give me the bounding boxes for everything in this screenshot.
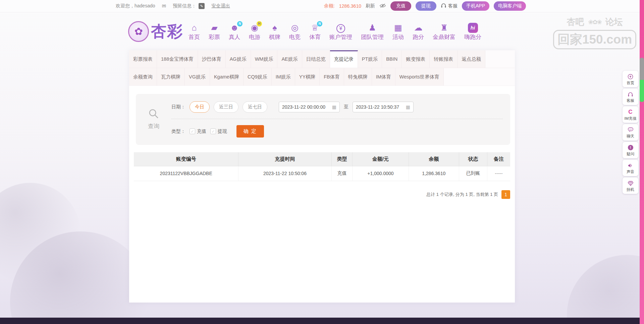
tab-account-change-report[interactable]: 账变报表 — [402, 50, 430, 68]
nav-activities[interactable]: ▦ 活动 — [392, 22, 404, 41]
float-im-recharge-button[interactable]: C IM充值 — [623, 106, 638, 123]
gift-icon: ▦ — [394, 22, 402, 33]
tab-ag[interactable]: AG娱乐 — [226, 50, 251, 68]
type-label: 类型： — [171, 128, 185, 134]
tab-saba-sports[interactable]: 沙巴体育 — [198, 50, 226, 68]
col-amount: 金额/元 — [353, 152, 409, 166]
nav-home[interactable]: ⌂ 首页 — [189, 22, 200, 41]
edit-pencil-icon[interactable]: ✎ — [199, 3, 205, 9]
refresh-button[interactable]: 刷新 — [366, 3, 375, 9]
logout-link[interactable]: 安全退出 — [211, 3, 230, 9]
nav-lottery[interactable]: ▰ 彩票 — [209, 22, 220, 41]
page-1-button[interactable]: 1 — [501, 190, 510, 199]
deposit-button[interactable]: 充值 — [390, 1, 411, 11]
tab-pt[interactable]: PT娱乐 — [358, 50, 382, 68]
col-time: 充提时间 — [238, 152, 331, 166]
tab-deposit-withdraw-records-active[interactable]: 充提记录 — [330, 50, 358, 68]
col-balance: 余额 — [409, 152, 459, 166]
main-nav: ⌂ 首页 ▰ 彩票 ☻N 真人 ◉H 电游 ♠ 棋牌 ◎ 电竞 ♕N 体育 ¥ — [189, 22, 481, 41]
float-home-button[interactable]: 首页 — [623, 71, 638, 87]
tab-188-sports[interactable]: 188金宝博体育 — [157, 50, 198, 68]
tab-ae[interactable]: AE娱乐 — [277, 50, 302, 68]
float-sound-button[interactable]: 声音 — [623, 160, 638, 176]
pagination-summary: 总计 1 个记录, 分为 1 页, 当前第 1 页 — [426, 192, 498, 198]
circle-up-arrow-icon — [628, 73, 633, 79]
checkbox-icon: ✓ — [210, 128, 216, 134]
tab-wesports[interactable]: Wesports世界体育 — [395, 68, 444, 86]
tab-im-sports[interactable]: IM体育 — [372, 68, 395, 86]
nav-paofen[interactable]: ☁ 跑分 — [413, 22, 424, 41]
site-watermark: 杏吧 ❀✿❀ 论坛 回家150.com — [553, 16, 637, 49]
scrollbar-thumb[interactable] — [640, 58, 644, 80]
nav-egames[interactable]: ◉H 电游 — [249, 22, 260, 41]
tab-balance-query[interactable]: 余额查询 — [129, 68, 157, 86]
customer-service-link[interactable]: 客服 — [441, 3, 458, 9]
new-badge: N — [317, 21, 322, 26]
tab-rebate-total[interactable]: 返点总额 — [458, 50, 485, 68]
col-transaction-id: 账变编号 — [134, 152, 238, 166]
tab-transfer-report[interactable]: 转账报表 — [430, 50, 458, 68]
date-to-input[interactable]: 2023-11-22 10:50:37 ▦ — [353, 102, 414, 112]
quick-7days-pill[interactable]: 近七日 — [243, 101, 267, 113]
tab-wali-games[interactable]: 瓦力棋牌 — [157, 68, 185, 86]
logo-wordmark: 杏彩 — [151, 21, 183, 42]
records-table: 账变编号 充提时间 类型 金额/元 余额 状态 备注 20231122VBBJG… — [134, 152, 510, 181]
content-panel: 彩票报表 188金宝博体育 沙巴体育 AG娱乐 WM娱乐 AE娱乐 日结总览 充… — [129, 50, 515, 303]
cards-icon: ♠ — [272, 22, 277, 33]
nav-team-management[interactable]: ♟ 团队管理 — [361, 22, 384, 41]
flourish-ornament-icon: ❀✿❀ — [588, 18, 601, 26]
tab-vg[interactable]: VG娱乐 — [185, 68, 210, 86]
tab-tetu-games[interactable]: 特兔棋牌 — [344, 68, 372, 86]
float-customer-service-button[interactable]: 客服 — [623, 89, 638, 105]
scrollbar-thumb-green[interactable] — [640, 80, 644, 102]
logo-emblem-icon: ✿ — [128, 21, 149, 42]
nav-jinding-wealth[interactable]: ♜ 金鼎财富 — [433, 22, 455, 41]
float-question-button[interactable]: ! 疑问 — [623, 142, 638, 158]
footer-bar — [0, 318, 644, 324]
query-filter-panel: 查询 日期： 今日 近三日 近七日 2023-11-22 00:00:00 ▦ … — [136, 94, 510, 145]
mobile-app-button[interactable]: 手机APP — [462, 1, 489, 11]
confirm-button[interactable]: 确 定 — [236, 125, 264, 138]
tab-kgame[interactable]: Kgame棋牌 — [210, 68, 244, 86]
controller-icon: ◎ — [291, 22, 299, 33]
nav-esports[interactable]: ◎ 电竞 — [289, 22, 301, 41]
cell-status: 已到账 — [459, 166, 487, 181]
type-deposit-checkbox[interactable]: ✓ 充值 — [190, 128, 206, 134]
float-hangup-button[interactable]: 挂机 — [623, 177, 638, 194]
envelope-icon[interactable]: ✉ — [162, 3, 166, 9]
float-chat-button[interactable]: 聊天 — [623, 124, 638, 141]
tab-wm[interactable]: WM娱乐 — [251, 50, 278, 68]
tab-cq9[interactable]: CQ9娱乐 — [244, 68, 272, 86]
tab-fb-sports[interactable]: FB体育 — [320, 68, 344, 86]
nav-hi-paofen[interactable]: hi 嗨跑分 — [464, 23, 481, 41]
im-recharge-logo-icon: C — [628, 109, 632, 115]
calendar-icon: ▦ — [332, 104, 336, 110]
tab-bbin[interactable]: BBIN — [382, 50, 402, 68]
table-header-row: 账变编号 充提时间 类型 金额/元 余额 状态 备注 — [134, 152, 510, 166]
site-logo[interactable]: ✿ 杏彩 — [128, 21, 183, 42]
topbar: 欢迎您，hadesado ✉ 预留信息： ✎ 安全退出 余额: 1286.361… — [0, 0, 644, 12]
query-label: 查询 — [148, 122, 159, 130]
nav-sports[interactable]: ♕N 体育 — [309, 22, 321, 41]
nav-live-casino[interactable]: ☻N 真人 — [229, 22, 240, 41]
exclamation-circle-icon: ! — [628, 145, 633, 151]
quick-3days-pill[interactable]: 近三日 — [214, 101, 238, 113]
eye-slash-icon[interactable] — [379, 3, 386, 9]
tab-yy-games[interactable]: YY棋牌 — [295, 68, 320, 86]
tab-daily-summary[interactable]: 日结总览 — [302, 50, 330, 68]
cell-time: 2023-11-22 10:50:06 — [238, 166, 331, 181]
tab-im-games[interactable]: IM娱乐 — [272, 68, 295, 86]
nav-board-games[interactable]: ♠ 棋牌 — [269, 22, 280, 41]
type-withdraw-checkbox[interactable]: ✓ 提现 — [210, 128, 227, 134]
withdraw-button[interactable]: 提现 — [416, 1, 436, 11]
balance-label: 余额: — [324, 3, 335, 9]
quick-today-pill[interactable]: 今日 — [190, 101, 210, 113]
date-from-input[interactable]: 2023-11-22 00:00:00 ▦ — [279, 102, 340, 112]
new-badge: N — [237, 21, 243, 26]
headset-icon — [441, 3, 446, 9]
pc-client-button[interactable]: 电脑客户端 — [494, 1, 526, 11]
yuan-coin-icon: ¥ — [336, 24, 345, 33]
tab-lottery-report[interactable]: 彩票报表 — [129, 50, 157, 68]
gem-icon — [628, 180, 634, 186]
nav-account-management[interactable]: ¥ 账户管理 — [329, 23, 352, 41]
